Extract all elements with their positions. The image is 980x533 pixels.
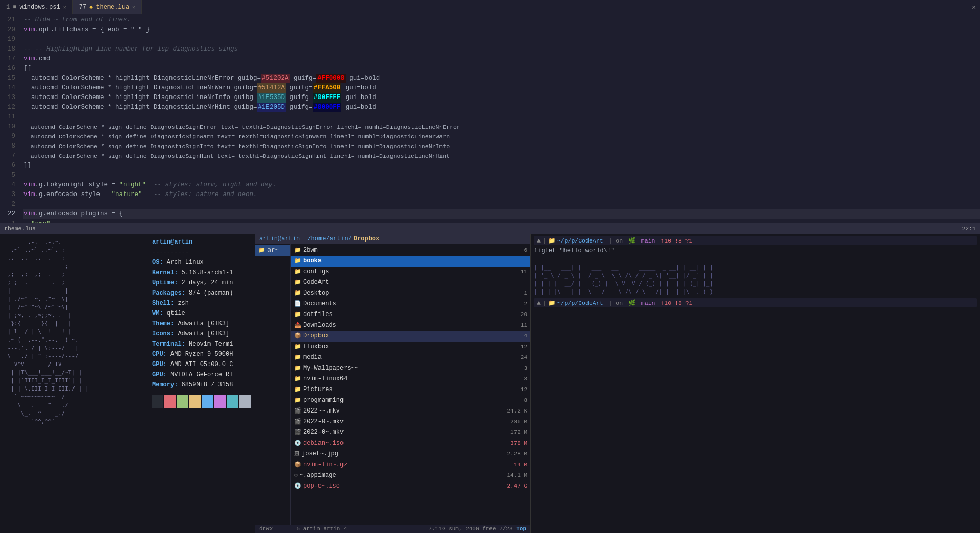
download-icon: 📥 [294, 321, 301, 330]
file-item-fluxbox[interactable]: 📁 fluxbox 12 [291, 342, 530, 352]
sysinfo-terminal: Terminal: Neovim Termi [152, 339, 251, 349]
prompt-extra: ↑10 !8 ?1 [657, 237, 692, 244]
file-item-debian[interactable]: 💿 debian~.iso 378 M [291, 438, 530, 449]
swatch-7 [227, 395, 238, 408]
tab-bar: 1 ■ windows.ps1 ✕ 77 ◆ theme.lua ✕ ✕ [0, 0, 980, 14]
folder-icon: 📁 [258, 246, 265, 255]
file-count: 4 [517, 331, 527, 341]
tab-icon: ■ [13, 4, 16, 11]
file-item-pop-iso[interactable]: 💿 pop-o~.iso 2.47 G [291, 481, 530, 492]
prompt-git-icon-2: 🌿 [625, 299, 635, 306]
file-item-mkv3[interactable]: 🎬 2022-0~.mkv 172 M [291, 427, 530, 438]
prompt-separator: | [543, 237, 546, 244]
editor-area: 21 20 19 18 17 16 15 14 13 12 11 10 9 8 … [0, 14, 980, 223]
file-name: 2022-0~.mkv [303, 417, 508, 427]
archive-icon: 📦 [294, 460, 301, 470]
file-item-dotfiles[interactable]: 📁 dotfiles 20 [291, 309, 530, 320]
prompt-path: ~/p/p/CodeArt [557, 237, 603, 244]
swatch-2 [164, 395, 176, 408]
sysinfo-cpu: CPU: AMD Ryzen 9 5900H [152, 349, 251, 359]
tab-filename: windows.ps1 [19, 4, 60, 11]
swatch-5 [202, 395, 213, 408]
sysinfo-uptime: Uptime: 2 days, 24 min [152, 278, 251, 288]
swatch-4 [189, 395, 201, 408]
sysinfo-theme: Theme: Adwaita [GTK3] [152, 319, 251, 329]
file-item-mkv2[interactable]: 🎬 2022-0~.mkv 206 M [291, 417, 530, 427]
file-item-2bwm[interactable]: 📁 2bwm 6 [291, 245, 530, 256]
file-size: 2.47 G [507, 481, 527, 491]
file-name: My-Wallpapers~~ [303, 364, 515, 373]
swatch-6 [214, 395, 226, 408]
file-size: 378 M [510, 439, 527, 448]
file-item-appimage[interactable]: ⚙ ~.appimage 14.1 M [291, 470, 530, 481]
sysinfo-gpu2: GPU: NVIDIA GeForce RT [152, 370, 251, 380]
files-path-home: /home/artin/ [307, 235, 351, 243]
file-size: 14.1 M [507, 471, 527, 480]
file-item-mkv1[interactable]: 🎬 2022~~.mkv 24.2 K [291, 406, 530, 417]
folder-icon: 📁 [294, 385, 301, 395]
code-content: -- Hide ~ from end of lines. vim.opt.fil… [19, 14, 980, 223]
file-item-josef[interactable]: 🖼 josef~.jpg 2.28 M [291, 449, 530, 459]
figlet-output: _ _ _ _ _ _ | |__ ___| | | ___ __ _____ … [534, 255, 977, 296]
prompt-folder-icon-2: 📁 [548, 299, 555, 306]
tab-close-icon-2[interactable]: ✕ [132, 4, 135, 10]
sysinfo-packages: Packages: 874 (pacman) [152, 288, 251, 298]
file-count: 12 [517, 342, 527, 352]
file-name: programming [303, 396, 515, 405]
file-count: 8 [517, 396, 527, 405]
tab-theme-lua[interactable]: 77 ◆ theme.lua ✕ [73, 0, 142, 14]
files-path-user: artin@artin [259, 235, 300, 243]
file-count: 11 [517, 267, 527, 277]
sysinfo-os: OS: Arch Linux [152, 257, 251, 268]
folder-icon: 📁 [294, 353, 301, 362]
file-item-books[interactable]: 📁 books [291, 256, 530, 266]
file-count: 24 [517, 353, 527, 362]
file-item-wallpapers[interactable]: 📁 My-Wallpapers~~ 3 [291, 363, 530, 374]
file-item-downloads[interactable]: 📥 Downloads 11 [291, 320, 530, 331]
ascii-art-panel: _,-, .-,~, ,~` .,~` .,~`, ; ., ., ., . ;… [0, 234, 148, 533]
tab-windows-ps1[interactable]: 1 ■ windows.ps1 ✕ [0, 0, 73, 14]
status-bar: theme.lua 22:1 [0, 223, 980, 234]
status-cursor: 22:1 [962, 225, 976, 232]
file-item-codeart[interactable]: 📁 CodeArt [291, 277, 530, 288]
file-item-desktop[interactable]: 📁 Desktop 1 [291, 288, 530, 299]
file-item-pictures[interactable]: 📁 Pictures 12 [291, 384, 530, 395]
terminal-prompt-1: ▲ | 📁 ~/p/p/CodeArt | on 🌿 main ↑10 !8 ?… [534, 236, 977, 245]
file-item-media[interactable]: 📁 media 24 [291, 352, 530, 363]
tab-num: 1 [6, 4, 10, 11]
file-size: 14 M [512, 460, 527, 470]
file-name: fluxbox [303, 342, 515, 352]
line-numbers: 21 20 19 18 17 16 15 14 13 12 11 10 9 8 … [0, 14, 19, 223]
file-item-dropbox[interactable]: 📦 Dropbox 4 [291, 331, 530, 342]
folder-icon: 📁 [294, 310, 301, 320]
file-item-documents[interactable]: 📄 Documents 2 [291, 299, 530, 309]
files-footer-perms: drwx------ 5 artin artin 4 [259, 526, 347, 532]
editor-close-button[interactable]: ✕ [968, 3, 980, 11]
file-item-programming[interactable]: 📁 programming 8 [291, 395, 530, 406]
file-count: 1 [517, 288, 527, 298]
swatch-3 [177, 395, 188, 408]
file-item-nvim[interactable]: 📁 nvim-linux64 3 [291, 374, 530, 384]
files-body: 📁 ar~ 📁 2bwm 6 📁 books 📁 configs [255, 244, 530, 525]
file-name: Desktop [303, 288, 515, 298]
sysinfo-user: artin@artin [152, 237, 251, 247]
appimage-icon: ⚙ [294, 471, 298, 480]
file-name: dotfiles [303, 310, 515, 320]
file-size: 2.28 M [507, 449, 527, 459]
prompt-separator-2: | [543, 300, 546, 306]
iso-icon2: 💿 [294, 481, 301, 491]
file-count: 2 [517, 299, 527, 309]
nav-item-label: ar~ [267, 246, 287, 255]
tab-close-icon[interactable]: ✕ [63, 4, 66, 10]
terminal-command-1: figlet "hello world\!" [534, 247, 977, 254]
file-count: 12 [517, 385, 527, 395]
iso-icon: 💿 [294, 439, 301, 448]
folder-icon: 📁 [294, 374, 301, 384]
file-item-configs[interactable]: 📁 configs 11 [291, 266, 530, 277]
files-footer-summary: 7.11G sum, 240G free 7/23 Top [429, 526, 526, 532]
tab-icon-2: ◆ [89, 3, 93, 11]
swatch-8 [239, 395, 251, 408]
file-count: 20 [517, 310, 527, 320]
files-nav-item-ar[interactable]: 📁 ar~ [255, 245, 290, 256]
file-item-nvim-gz[interactable]: 📦 nvim-lin~.gz 14 M [291, 459, 530, 470]
